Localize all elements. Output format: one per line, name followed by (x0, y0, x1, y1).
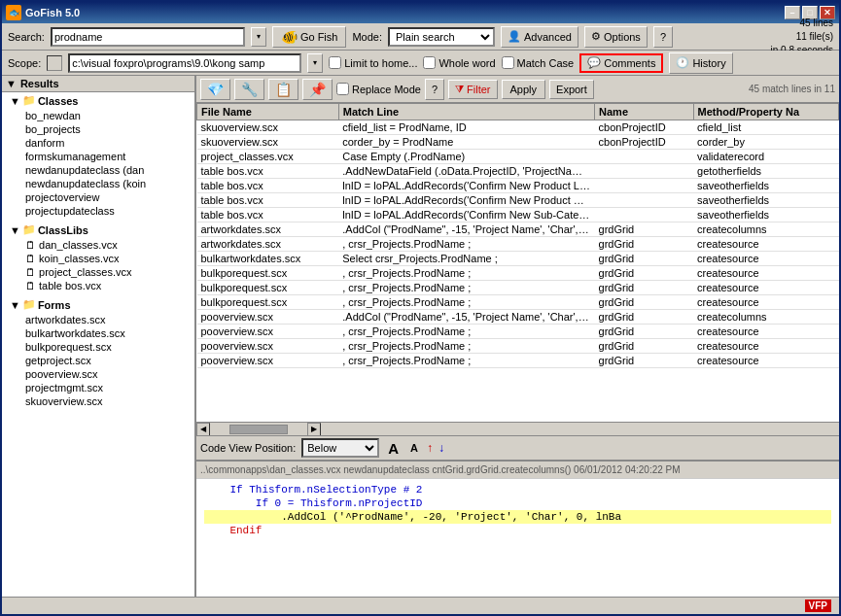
table-row[interactable]: table bos.vcxlnID = loPAL.AddRecords('Co… (197, 179, 839, 193)
mode-select[interactable]: Plain search Regex search Wildcard (388, 27, 495, 47)
results-table-container[interactable]: File Name Match Line Name Method/Propert… (196, 103, 839, 422)
tree-bo-projects[interactable]: bo_projects (6, 122, 194, 136)
tree-projectoverview[interactable]: projectoverview (6, 190, 194, 204)
folder-icon: 📁 (22, 94, 36, 107)
tree-dan-classes[interactable]: 🗒 dan_classes.vcx (6, 238, 194, 252)
table-cell: cfield_list (693, 120, 838, 135)
search-dropdown-btn[interactable]: ▾ (251, 27, 266, 47)
tree-getproject[interactable]: getproject.scx (6, 354, 194, 367)
table-cell: grdGrid (595, 252, 693, 266)
table-row[interactable]: project_classes.vcxCase Empty (.ProdName… (197, 150, 839, 164)
code-line: If Thisform.nSelectionType # 2 (204, 483, 831, 496)
results-hscrollbar[interactable]: ◀ ▶ (196, 422, 839, 435)
results-header: ▼ Results (2, 76, 194, 92)
results-icon-btn3[interactable]: 📋 (268, 79, 298, 100)
tree-bulkporequest[interactable]: bulkporequest.scx (6, 340, 194, 354)
results-icon-btn4[interactable]: 📌 (302, 79, 333, 100)
tree-projectmgmt[interactable]: projectmgmt.scx (6, 381, 194, 394)
table-row[interactable]: table bos.vcx.AddNewDataField (.oData.Pr… (197, 164, 839, 179)
tree-bulkartworkdates[interactable]: bulkartworkdates.scx (6, 326, 194, 340)
right-panel: 💎 🔧 📋 📌 Replace Mode ? ⧩ Filter Apply Ex… (196, 76, 839, 597)
help-button[interactable]: ? (653, 26, 673, 48)
results-collapse-icon[interactable]: ▼ (6, 78, 17, 89)
scope-dropdown-btn[interactable]: ▾ (307, 53, 323, 73)
table-row[interactable]: bulkporequest.scx, crsr_Projects.ProdNam… (197, 295, 839, 310)
tree-newdanupdateclass2[interactable]: newdanupdateclass (koin (6, 177, 194, 190)
table-cell: Case Empty (.ProdName) (338, 150, 594, 164)
table-icon3: 🗒 (25, 266, 36, 278)
results-help-button[interactable]: ? (425, 79, 444, 100)
vfp-badge: VFP (805, 599, 831, 612)
table-row[interactable]: artworkdates.scx.AddCol ("ProdName", -15… (197, 222, 839, 237)
table-row[interactable]: bulkporequest.scx, crsr_Projects.ProdNam… (197, 266, 839, 281)
table-row[interactable]: bulkporequest.scx, crsr_Projects.ProdNam… (197, 281, 839, 295)
results-icon-btn2[interactable]: 🔧 (234, 79, 264, 100)
scroll-left-btn[interactable]: ◀ (196, 423, 210, 436)
tree-danform[interactable]: danform (6, 136, 194, 150)
options-button[interactable]: ⚙ Options (584, 26, 648, 48)
table-row[interactable]: pooverview.scx, crsr_Projects.ProdName ;… (197, 354, 839, 368)
window-title: GoFish 5.0 (25, 7, 785, 18)
results-icon-btn1[interactable]: 💎 (200, 79, 230, 100)
scroll-right-btn[interactable]: ▶ (307, 423, 321, 436)
comments-button[interactable]: 💬 Comments (579, 53, 663, 73)
forms-node[interactable]: ▼ 📁 Forms (6, 296, 194, 313)
font-small-button[interactable]: A (407, 442, 421, 454)
tree-projectupdateclass[interactable]: projectupdateclass (6, 204, 194, 218)
scroll-thumb[interactable] (229, 425, 288, 434)
go-fish-button[interactable]: 🐠 Go Fish (272, 26, 347, 48)
tree-bo-newdan[interactable]: bo_newdan (6, 109, 194, 122)
whole-word-checkbox-group: Whole word (423, 56, 495, 69)
tree-project-classes[interactable]: 🗒 project_classes.vcx (6, 265, 194, 279)
filter-button[interactable]: ⧩ Filter (448, 80, 497, 99)
font-large-button[interactable]: A (385, 440, 402, 457)
code-position-select[interactable]: Below Right Above (301, 438, 379, 458)
table-cell: , crsr_Projects.ProdName ; (338, 325, 594, 339)
tree-table-bos[interactable]: 🗒 table bos.vcx (6, 279, 194, 292)
advanced-button[interactable]: 👤 Advanced (501, 26, 578, 48)
table-row[interactable]: table bos.vcxlnID = loPAL.AddRecords('Co… (197, 193, 839, 208)
whole-word-checkbox[interactable] (423, 56, 436, 69)
table-cell: createsource (693, 339, 838, 354)
tree-formskumanagement[interactable]: formskumanagement (6, 150, 194, 163)
apply-button[interactable]: Apply (502, 80, 546, 99)
table-row[interactable]: pooverview.scx, crsr_Projects.ProdName ;… (197, 339, 839, 354)
tree-artworkdates[interactable]: artworkdates.scx (6, 313, 194, 326)
table-icon2: 🗒 (25, 253, 36, 264)
table-row[interactable]: skuoverview.scxcorder_by = ProdNamecbonP… (197, 135, 839, 150)
table-row[interactable]: table bos.vcxlnID = loPAL.AddRecords('Co… (197, 208, 839, 222)
table-row[interactable]: bulkartworkdates.scxSelect crsr_Projects… (197, 252, 839, 266)
search-input[interactable] (51, 27, 245, 47)
table-row[interactable]: skuoverview.scxcfield_list = ProdName, I… (197, 120, 839, 135)
match-case-label: Match Case (517, 57, 575, 69)
tree-koin-classes[interactable]: 🗒 koin_classes.vcx (6, 252, 194, 265)
scroll-down-button[interactable]: ↓ (438, 441, 444, 455)
table-cell: , crsr_Projects.ProdName ; (338, 354, 594, 368)
tree-newdanupdateclass1[interactable]: newdanupdateclass (dan (6, 163, 194, 177)
scroll-up-button[interactable]: ↑ (427, 441, 433, 455)
match-case-checkbox[interactable] (502, 56, 514, 69)
filter-icon: ⧩ (455, 83, 464, 95)
history-button[interactable]: 🕐 History (669, 52, 732, 74)
tree-pooverview[interactable]: pooverview.scx (6, 367, 194, 381)
scope-input[interactable] (68, 53, 301, 73)
table-cell: .AddNewDataField (.oData.ProjectID, 'Pro… (338, 164, 594, 179)
match-count: 45 match lines in 11 (749, 84, 835, 94)
tree-skuoverview[interactable]: skuoverview.scx (6, 394, 194, 408)
classes-node[interactable]: ▼ 📁 Classes (6, 92, 194, 109)
replace-mode-checkbox[interactable] (336, 83, 349, 95)
limit-checkbox[interactable] (329, 56, 341, 69)
classlibs-node[interactable]: ▼ 📁 ClassLibs (6, 222, 194, 238)
toolbar-row2: Scope: ▾ Limit to home... Whole word Mat… (2, 51, 839, 76)
code-view-content[interactable]: If Thisform.nSelectionType # 2 If 0 = Th… (196, 479, 839, 597)
table-row[interactable]: artworkdates.scx, crsr_Projects.ProdName… (197, 237, 839, 252)
forms-expand-icon: ▼ (10, 299, 20, 311)
forms-folder-icon: 📁 (22, 298, 36, 311)
table-row[interactable]: pooverview.scx.AddCol ("ProdName", -15, … (197, 310, 839, 325)
table-cell (595, 179, 693, 193)
export-button[interactable]: Export (549, 80, 594, 99)
table-cell: lnID = loPAL.AddRecords('Confirm New Pro… (338, 193, 594, 208)
table-cell: cbonProjectID (595, 135, 693, 150)
table-row[interactable]: pooverview.scx, crsr_Projects.ProdName ;… (197, 325, 839, 339)
code-line: If 0 = Thisform.nProjectID (204, 496, 831, 510)
